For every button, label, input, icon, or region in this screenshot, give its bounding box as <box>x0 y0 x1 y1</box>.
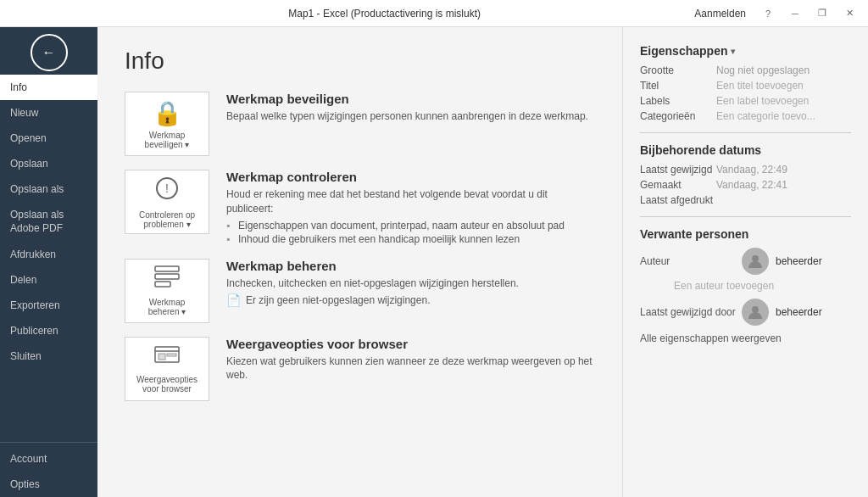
modified-name: beheerder <box>776 306 822 318</box>
svg-rect-7 <box>159 354 165 360</box>
svg-point-10 <box>752 306 759 313</box>
card-icon-beveiligen[interactable]: 🔒 Werkmapbeveiligen ▾ <box>125 92 209 156</box>
sidebar-item-account[interactable]: Account <box>0 446 97 472</box>
prop-row-afgedrukt: Laatst afgedrukt <box>640 194 851 206</box>
help-button[interactable]: ? <box>756 4 780 23</box>
prop-label-categorieen: Categorieën <box>640 110 716 122</box>
card-icon-controleren[interactable]: ! Controleren opproblemen ▾ <box>125 170 209 234</box>
list-item: Inhoud die gebruikers met een handicap m… <box>226 233 595 245</box>
author-add[interactable]: Een auteur toevoegen <box>674 280 851 292</box>
prop-label-labels: Labels <box>640 95 716 107</box>
card-list-controleren: Eigenschappen van document, printerpad, … <box>226 220 595 245</box>
card-title-controleren: Werkmap controleren <box>226 170 595 184</box>
person-row-author: Auteur beheerder <box>640 248 851 275</box>
signin-link[interactable]: Aanmelden <box>694 8 749 20</box>
prop-value-afgedrukt <box>716 194 851 206</box>
lock-icon: 🔒 <box>153 99 182 127</box>
sidebar-item-sluiten[interactable]: Sluiten <box>0 343 97 369</box>
card-icon-weergave[interactable]: Weergaveoptiesvoor browser <box>125 337 209 401</box>
sidebar-item-info[interactable]: Info <box>0 75 97 100</box>
card-title-beveiligen: Werkmap beveiligen <box>226 92 595 106</box>
card-icon-label-controleren: Controleren opproblemen ▾ <box>139 210 195 229</box>
sidebar-item-publiceren[interactable]: Publiceren <box>0 318 97 343</box>
prop-label-gemaakt: Gemaakt <box>640 179 716 191</box>
card-icon-beheren[interactable]: Werkmapbeheren ▾ <box>125 259 209 323</box>
check-icon: ! <box>153 175 181 207</box>
svg-rect-3 <box>155 274 179 279</box>
card-beveiligen: 🔒 Werkmapbeveiligen ▾ Werkmap beveiligen… <box>125 92 595 156</box>
author-label: Auteur <box>640 255 742 267</box>
card-body-beveiligen: Werkmap beveiligen Bepaal welke typen wi… <box>226 92 595 124</box>
sidebar: ← Info Nieuw Openen Opslaan Opslaan als … <box>0 27 97 497</box>
sidebar-item-opslaan[interactable]: Opslaan <box>0 151 97 176</box>
app-body: ← Info Nieuw Openen Opslaan Opslaan als … <box>0 27 868 497</box>
modified-avatar <box>742 299 769 326</box>
prop-value-gewijzigd: Vandaag, 22:49 <box>716 164 851 176</box>
sidebar-item-opslaan-als[interactable]: Opslaan als <box>0 176 97 202</box>
sidebar-item-delen[interactable]: Delen <box>0 267 97 293</box>
people-section-title: Verwante personen <box>640 227 851 241</box>
card-desc-beveiligen: Bepaal welke typen wijzigingen personen … <box>226 109 595 124</box>
properties-panel: Eigenschappen ▾ Grootte Nog niet opgesla… <box>622 27 868 497</box>
card-desc-beheren: Inchecken, uitchecken en niet-opgeslagen… <box>226 276 595 291</box>
properties-section-title[interactable]: Eigenschappen ▾ <box>640 44 851 58</box>
card-icon-label-weergave: Weergaveoptiesvoor browser <box>136 375 198 394</box>
prop-label-gewijzigd: Laatst gewijzigd <box>640 164 716 176</box>
card-body-weergave: Weergaveopties voor browser Kiezen wat g… <box>226 337 595 383</box>
list-item: Eigenschappen van document, printerpad, … <box>226 220 595 232</box>
svg-point-9 <box>752 255 759 262</box>
browser-icon <box>153 343 181 371</box>
card-sub-beheren: 📄 Er zijn geen niet-opgeslagen wijziging… <box>226 293 595 307</box>
prop-row-titel: Titel Een titel toevoegen <box>640 80 851 92</box>
card-title-beheren: Werkmap beheren <box>226 259 595 273</box>
restore-button[interactable]: ❐ <box>810 4 834 23</box>
prop-row-categorieen: Categorieën Een categorie toevo... <box>640 110 851 122</box>
svg-rect-8 <box>167 354 176 356</box>
sidebar-item-exporteren[interactable]: Exporteren <box>0 293 97 318</box>
prop-label-afgedrukt: Laatst afgedrukt <box>640 194 716 206</box>
card-desc-weergave: Kiezen wat gebruikers kunnen zien wannee… <box>226 355 595 383</box>
minimize-button[interactable]: ─ <box>783 4 807 23</box>
prop-value-grootte: Nog niet opgeslagen <box>716 64 851 76</box>
card-sub-text: Er zijn geen niet-opgeslagen wijzigingen… <box>246 294 430 306</box>
prop-row-labels: Labels Een label toevoegen <box>640 95 851 107</box>
sidebar-item-opties[interactable]: Opties <box>0 472 97 497</box>
sidebar-item-afdrukken[interactable]: Afdrukken <box>0 242 97 267</box>
prop-row-gewijzigd: Laatst gewijzigd Vandaag, 22:49 <box>640 164 851 176</box>
card-icon-label-beheren: Werkmapbeheren ▾ <box>148 298 186 316</box>
prop-row-grootte: Grootte Nog niet opgeslagen <box>640 64 851 76</box>
window-controls: ? ─ ❐ ✕ <box>756 4 861 23</box>
all-properties-link[interactable]: Alle eigenschappen weergeven <box>640 332 851 344</box>
prop-label-grootte: Grootte <box>640 64 716 76</box>
titlebar-title: Map1 - Excel (Productactivering is mislu… <box>75 8 694 20</box>
card-controleren: ! Controleren opproblemen ▾ Werkmap cont… <box>125 170 595 245</box>
sidebar-item-opslaan-als-pdf[interactable]: Opslaan alsAdobe PDF <box>0 202 97 242</box>
card-title-weergave: Weergaveopties voor browser <box>226 337 595 351</box>
prop-label-titel: Titel <box>640 80 716 92</box>
prop-value-labels[interactable]: Een label toevoegen <box>716 95 851 107</box>
sidebar-item-nieuw[interactable]: Nieuw <box>0 100 97 126</box>
divider-2 <box>640 216 851 217</box>
person-row-modified: Laatst gewijzigd door beheerder <box>640 299 851 326</box>
card-weergave: Weergaveoptiesvoor browser Weergaveoptie… <box>125 337 595 401</box>
prop-value-categorieen[interactable]: Een categorie toevo... <box>716 110 851 122</box>
back-button[interactable]: ← <box>31 34 68 71</box>
card-body-beheren: Werkmap beheren Inchecken, uitchecken en… <box>226 259 595 308</box>
card-body-controleren: Werkmap controleren Houd er rekening mee… <box>226 170 595 245</box>
calendar-icon: 📄 <box>226 293 241 307</box>
divider-1 <box>640 132 851 133</box>
main-content: Info 🔒 Werkmapbeveiligen ▾ Werkmap bevei… <box>97 27 868 497</box>
author-avatar <box>742 248 769 275</box>
card-icon-label: Werkmapbeveiligen ▾ <box>145 131 190 149</box>
sidebar-item-openen[interactable]: Openen <box>0 126 97 151</box>
prop-value-gemaakt: Vandaag, 22:41 <box>716 179 851 191</box>
modified-label: Laatst gewijzigd door <box>640 306 742 318</box>
titlebar: Map1 - Excel (Productactivering is mislu… <box>0 0 868 27</box>
prop-value-titel[interactable]: Een titel toevoegen <box>716 80 851 92</box>
svg-rect-4 <box>155 282 170 287</box>
close-button[interactable]: ✕ <box>837 4 861 23</box>
prop-row-gemaakt: Gemaakt Vandaag, 22:41 <box>640 179 851 191</box>
page-title: Info <box>125 47 595 75</box>
card-desc-controleren: Houd er rekening mee dat het bestand het… <box>226 187 595 216</box>
dropdown-arrow-icon: ▾ <box>731 47 735 56</box>
